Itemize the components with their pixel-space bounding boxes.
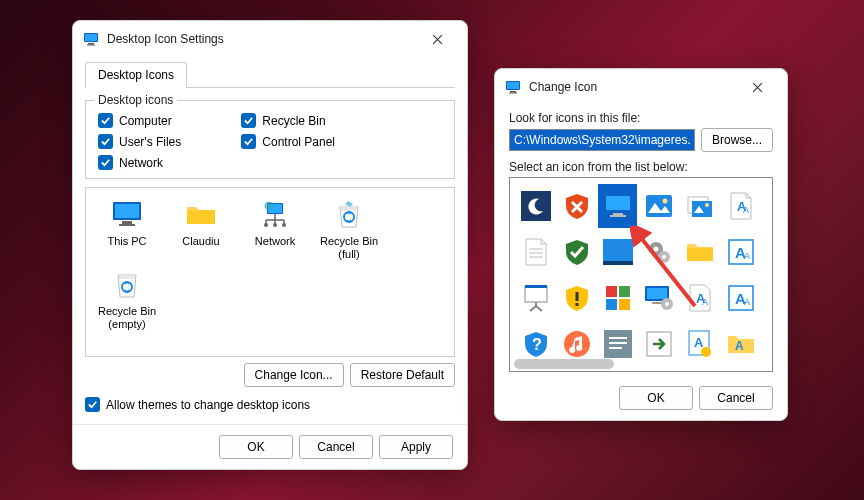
svg-point-10 bbox=[264, 223, 268, 227]
svg-text:A: A bbox=[744, 251, 750, 261]
grid-icon-monitor-selected[interactable] bbox=[598, 184, 637, 228]
svg-rect-36 bbox=[603, 239, 633, 261]
tab-desktop-icons[interactable]: Desktop Icons bbox=[85, 62, 187, 88]
check-icon bbox=[241, 134, 256, 149]
svg-rect-6 bbox=[122, 221, 132, 224]
svg-text:A: A bbox=[735, 339, 744, 353]
tabstrip: Desktop Icons bbox=[85, 61, 455, 88]
dialog-body: Look for icons in this file: Browse... S… bbox=[495, 103, 787, 420]
svg-point-27 bbox=[662, 199, 667, 204]
svg-rect-9 bbox=[268, 204, 282, 213]
grid-icon-font-box[interactable]: AA bbox=[721, 276, 760, 320]
svg-rect-5 bbox=[115, 204, 139, 218]
grid-icon-pictures-folder[interactable] bbox=[680, 184, 719, 228]
close-button[interactable] bbox=[737, 75, 777, 99]
grid-icon-gears[interactable] bbox=[639, 230, 678, 274]
grid-icon-font-blue[interactable]: AA bbox=[721, 230, 760, 274]
svg-rect-24 bbox=[613, 213, 623, 215]
checkbox-label: Network bbox=[119, 156, 163, 170]
monitor-icon bbox=[90, 198, 164, 232]
close-button[interactable] bbox=[417, 27, 457, 51]
preview-user-folder[interactable]: Claudiu bbox=[164, 198, 238, 260]
svg-text:A: A bbox=[743, 205, 749, 215]
titlebar: Change Icon bbox=[495, 69, 787, 103]
app-icon bbox=[505, 79, 521, 95]
svg-text:A: A bbox=[744, 297, 750, 307]
restore-default-button[interactable]: Restore Default bbox=[350, 363, 455, 387]
grid-icon-monitor-gear[interactable] bbox=[639, 276, 678, 320]
change-icon-window: Change Icon Look for icons in this file:… bbox=[494, 68, 788, 421]
svg-rect-20 bbox=[509, 93, 517, 94]
icon-label: Network bbox=[255, 235, 295, 247]
grid-icon-font-doc[interactable]: AA bbox=[721, 184, 760, 228]
grid-icon-font-cert[interactable]: A bbox=[680, 322, 719, 366]
grid-icon-folder-font[interactable]: A bbox=[721, 322, 760, 366]
recycle-full-icon bbox=[312, 198, 386, 232]
grid-icon-arrow-right[interactable] bbox=[639, 322, 678, 366]
svg-rect-1 bbox=[85, 34, 97, 41]
grid-icon-shield-x[interactable] bbox=[557, 184, 596, 228]
svg-rect-7 bbox=[119, 224, 135, 226]
checkbox-control-panel[interactable]: Control Panel bbox=[241, 134, 335, 149]
checkbox-allow-themes[interactable]: Allow themes to change desktop icons bbox=[85, 397, 455, 412]
ok-button[interactable]: OK bbox=[619, 386, 693, 410]
svg-rect-51 bbox=[575, 303, 578, 306]
svg-rect-37 bbox=[603, 261, 633, 265]
grid-icon-color-blocks[interactable] bbox=[598, 276, 637, 320]
svg-rect-23 bbox=[606, 196, 630, 210]
svg-rect-49 bbox=[525, 285, 547, 288]
cancel-button[interactable]: Cancel bbox=[699, 386, 773, 410]
grid-icon-doc-lines[interactable] bbox=[516, 230, 555, 274]
checkbox-label: Allow themes to change desktop icons bbox=[106, 398, 310, 412]
grid-icon-picture[interactable] bbox=[639, 184, 678, 228]
checkbox-users-files[interactable]: User's Files bbox=[98, 134, 181, 149]
grid-icon-shield-warning[interactable] bbox=[557, 276, 596, 320]
svg-rect-3 bbox=[87, 45, 95, 46]
horizontal-scrollbar[interactable] bbox=[514, 359, 614, 369]
dialog-body: Desktop Icons Desktop icons Computer Use… bbox=[73, 55, 467, 424]
svg-rect-53 bbox=[619, 286, 630, 297]
checkbox-computer[interactable]: Computer bbox=[98, 113, 181, 128]
icon-label: Recycle Bin (empty) bbox=[98, 305, 156, 330]
check-icon bbox=[98, 134, 113, 149]
svg-rect-2 bbox=[88, 43, 94, 45]
svg-rect-45 bbox=[525, 287, 547, 302]
preview-this-pc[interactable]: This PC bbox=[90, 198, 164, 260]
checkbox-network[interactable]: Network bbox=[98, 155, 181, 170]
svg-rect-29 bbox=[692, 201, 712, 217]
cancel-button[interactable]: Cancel bbox=[299, 435, 373, 459]
svg-point-60 bbox=[665, 302, 669, 306]
grid-icon-folder[interactable] bbox=[680, 230, 719, 274]
app-icon bbox=[83, 31, 99, 47]
change-icon-button[interactable]: Change Icon... bbox=[244, 363, 344, 387]
folder-icon bbox=[164, 198, 238, 232]
svg-line-47 bbox=[530, 306, 536, 311]
svg-text:?: ? bbox=[532, 336, 542, 353]
select-icon-label: Select an icon from the list below: bbox=[509, 160, 773, 174]
icon-path-input[interactable] bbox=[509, 129, 695, 151]
svg-line-48 bbox=[536, 306, 542, 311]
preview-recycle-full[interactable]: Recycle Bin (full) bbox=[312, 198, 386, 260]
icon-label: This PC bbox=[107, 235, 146, 247]
checkbox-recycle-bin[interactable]: Recycle Bin bbox=[241, 113, 335, 128]
icon-label: Recycle Bin (full) bbox=[320, 235, 378, 260]
svg-point-12 bbox=[282, 223, 286, 227]
checkbox-label: Computer bbox=[119, 114, 172, 128]
grid-icon-font-doc2[interactable]: AA bbox=[680, 276, 719, 320]
check-icon bbox=[85, 397, 100, 412]
look-for-label: Look for icons in this file: bbox=[509, 111, 773, 125]
ok-button[interactable]: OK bbox=[219, 435, 293, 459]
preview-recycle-empty[interactable]: Recycle Bin (empty) bbox=[90, 268, 164, 330]
browse-button[interactable]: Browse... bbox=[701, 128, 773, 152]
grid-icon-shield-check[interactable] bbox=[557, 230, 596, 274]
preview-network[interactable]: Network bbox=[238, 198, 312, 260]
window-title: Desktop Icon Settings bbox=[107, 32, 409, 46]
checkbox-label: Control Panel bbox=[262, 135, 335, 149]
grid-icon-presentation[interactable] bbox=[516, 276, 555, 320]
svg-text:A: A bbox=[694, 335, 704, 350]
grid-icon-moon[interactable] bbox=[516, 184, 555, 228]
desktop-icon-settings-window: Desktop Icon Settings Desktop Icons Desk… bbox=[72, 20, 468, 470]
apply-button[interactable]: Apply bbox=[379, 435, 453, 459]
grid-icon-blue-tile[interactable] bbox=[598, 230, 637, 274]
svg-rect-52 bbox=[606, 286, 617, 297]
